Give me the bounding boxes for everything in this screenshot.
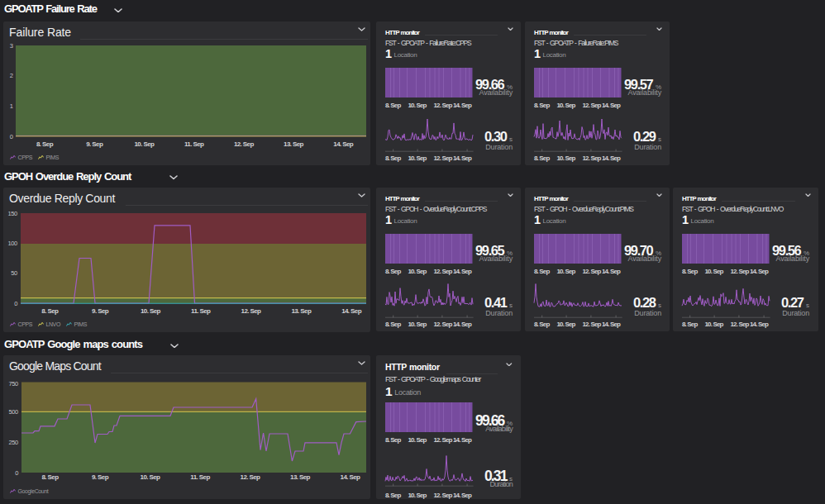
svg-text:14. Sep: 14. Sep	[341, 307, 362, 315]
svg-text:100: 100	[7, 240, 17, 247]
svg-text:9. Sep: 9. Sep	[92, 307, 109, 315]
svg-text:12. Sep: 12. Sep	[241, 473, 261, 481]
svg-text:9. Sep: 9. Sep	[92, 473, 109, 481]
svg-text:11. Sep: 11. Sep	[184, 140, 204, 148]
svg-text:10. Sep: 10. Sep	[134, 140, 155, 148]
svg-text:750: 750	[8, 380, 18, 388]
svg-text:150: 150	[7, 210, 17, 217]
svg-text:10. Sep: 10. Sep	[141, 307, 161, 315]
svg-text:9. Sep: 9. Sep	[86, 140, 103, 148]
svg-text:1: 1	[10, 102, 13, 110]
svg-text:0: 0	[15, 469, 18, 477]
svg-text:11. Sep: 11. Sep	[190, 473, 210, 481]
svg-text:2: 2	[10, 72, 13, 79]
svg-text:0: 0	[10, 133, 13, 140]
svg-text:50: 50	[11, 269, 17, 277]
svg-text:13. Sep: 13. Sep	[290, 473, 311, 481]
svg-text:3: 3	[10, 42, 13, 50]
svg-text:14. Sep: 14. Sep	[333, 140, 354, 148]
svg-text:250: 250	[8, 439, 18, 446]
svg-text:10. Sep: 10. Sep	[141, 473, 161, 481]
svg-text:13. Sep: 13. Sep	[291, 307, 312, 315]
svg-text:14. Sep: 14. Sep	[341, 473, 361, 481]
svg-text:8. Sep: 8. Sep	[36, 140, 54, 148]
svg-text:0: 0	[14, 300, 17, 307]
svg-text:8. Sep: 8. Sep	[42, 473, 60, 481]
svg-text:12. Sep: 12. Sep	[234, 140, 255, 148]
svg-text:12. Sep: 12. Sep	[241, 307, 262, 315]
svg-text:8. Sep: 8. Sep	[41, 307, 59, 315]
svg-text:11. Sep: 11. Sep	[191, 307, 211, 315]
svg-text:500: 500	[8, 408, 18, 416]
svg-text:13. Sep: 13. Sep	[284, 140, 304, 148]
